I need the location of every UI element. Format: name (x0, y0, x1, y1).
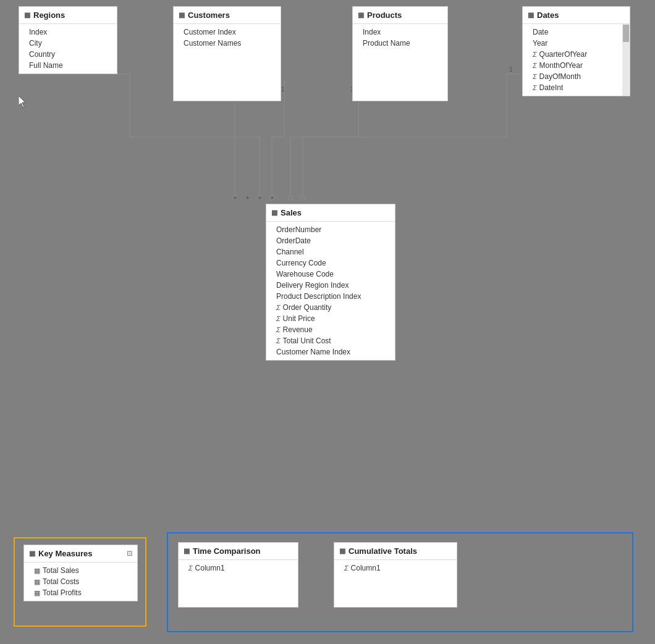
field-totalunitcost: ΣTotal Unit Cost (266, 335, 395, 346)
field-dayofmonth: ΣDayOfMonth (523, 71, 630, 82)
svg-text:1: 1 (281, 86, 285, 93)
time-comparison-body: ΣColumn1 (179, 560, 298, 576)
field-ordernumber: OrderNumber (266, 224, 395, 235)
time-comparison-table[interactable]: ▦ Time Comparison ΣColumn1 (178, 542, 298, 608)
field-totalcosts: ▦Total Costs (24, 576, 137, 587)
sales-table[interactable]: ▦ Sales OrderNumber OrderDate Channel Cu… (266, 204, 395, 361)
field-column1: ΣColumn1 (334, 562, 457, 574)
products-table[interactable]: ▦ Products Index Product Name (352, 6, 448, 101)
regions-title: Regions (33, 10, 65, 20)
key-measures-table[interactable]: ▦ Key Measures ⊡ ▦Total Sales ▦Total Cos… (23, 545, 138, 601)
dates-header: ▦ Dates (523, 7, 630, 24)
field-productdesc: Product Description Index (266, 291, 395, 302)
regions-body: Index City Country Full Name (19, 24, 117, 73)
customers-header: ▦ Customers (174, 7, 281, 24)
svg-point-20 (288, 195, 293, 200)
scrollbar[interactable] (622, 24, 630, 96)
svg-marker-31 (19, 96, 25, 107)
field-country: Country (19, 49, 117, 60)
customers-body: Customer Index Customer Names (174, 24, 281, 51)
field-orderdate: OrderDate (266, 235, 395, 246)
field-channel: Channel (266, 246, 395, 257)
field-productname: Product Name (353, 38, 447, 49)
key-measures-badge: ⊡ (127, 550, 132, 558)
svg-point-5 (232, 195, 237, 200)
field-city: City (19, 38, 117, 49)
field-dateint: ΣDateInt (523, 82, 630, 93)
field-currencycode: Currency Code (266, 257, 395, 269)
cumulative-totals-body: ΣColumn1 (334, 560, 457, 576)
svg-point-15 (269, 195, 274, 200)
field-fullname: Full Name (19, 60, 117, 71)
sales-body: OrderNumber OrderDate Channel Currency C… (266, 222, 395, 360)
cumulative-totals-table[interactable]: ▦ Cumulative Totals ΣColumn1 (334, 542, 457, 608)
table-icon: ▦ (184, 547, 190, 555)
products-title: Products (367, 10, 402, 20)
table-icon: ▦ (339, 547, 345, 555)
table-icon: ▦ (358, 11, 364, 19)
field-quarter: ΣQuarterOfYear (523, 49, 630, 60)
cumulative-totals-header: ▦ Cumulative Totals (334, 543, 457, 560)
svg-point-10 (257, 195, 262, 200)
sales-title: Sales (281, 208, 302, 217)
key-measures-title: Key Measures (38, 549, 92, 558)
regions-table[interactable]: ▦ Regions Index City Country Full Name (19, 6, 117, 74)
field-year: Year (523, 38, 630, 49)
table-icon: ▦ (179, 11, 185, 19)
cursor-icon (19, 96, 30, 109)
field-deliveryregion: Delivery Region Index (266, 280, 395, 291)
svg-text:*: * (258, 194, 261, 204)
svg-text:*: * (271, 194, 274, 204)
regions-header: ▦ Regions (19, 7, 117, 24)
field-custindex: Customer Index (174, 27, 281, 38)
field-totalsales: ▦Total Sales (24, 565, 137, 576)
svg-text:*: * (246, 194, 249, 204)
field-unitprice: ΣUnit Price (266, 313, 395, 324)
field-custnameindex: Customer Name Index (266, 346, 395, 358)
field-column1: ΣColumn1 (179, 562, 298, 574)
cumulative-totals-title: Cumulative Totals (349, 546, 417, 556)
field-totalprofits: ▦Total Profits (24, 587, 137, 598)
field-warehousecode: Warehouse Code (266, 269, 395, 280)
products-header: ▦ Products (353, 7, 447, 24)
customers-table[interactable]: ▦ Customers Customer Index Customer Name… (173, 6, 281, 101)
time-comparison-header: ▦ Time Comparison (179, 543, 298, 560)
field-revenue: ΣRevenue (266, 324, 395, 335)
svg-text:*: * (234, 194, 237, 204)
table-icon: ▦ (528, 11, 534, 19)
dates-body: Date Year ΣQuarterOfYear ΣMonthOfYear ΣD… (523, 24, 630, 96)
customers-title: Customers (188, 10, 230, 20)
field-custnames: Customer Names (174, 38, 281, 49)
time-comparison-title: Time Comparison (193, 546, 261, 556)
table-icon: ▦ (24, 11, 30, 19)
field-month: ΣMonthOfYear (523, 60, 630, 71)
field-orderqty: ΣOrder Quantity (266, 302, 395, 313)
products-body: Index Product Name (353, 24, 447, 51)
key-measures-body: ▦Total Sales ▦Total Costs ▦Total Profits (24, 562, 137, 601)
key-measures-header: ▦ Key Measures ⊡ (24, 545, 137, 562)
svg-text:1: 1 (509, 66, 513, 73)
svg-point-26 (300, 195, 305, 200)
field-index: Index (19, 27, 117, 38)
dates-table[interactable]: ▦ Dates Date Year ΣQuarterOfYear ΣMonthO… (522, 6, 630, 96)
table-icon: ▦ (29, 550, 35, 558)
field-date: Date (523, 27, 630, 38)
dates-title: Dates (537, 10, 559, 20)
table-icon: ▦ (271, 209, 277, 217)
sales-header: ▦ Sales (266, 204, 395, 222)
field-index: Index (353, 27, 447, 38)
